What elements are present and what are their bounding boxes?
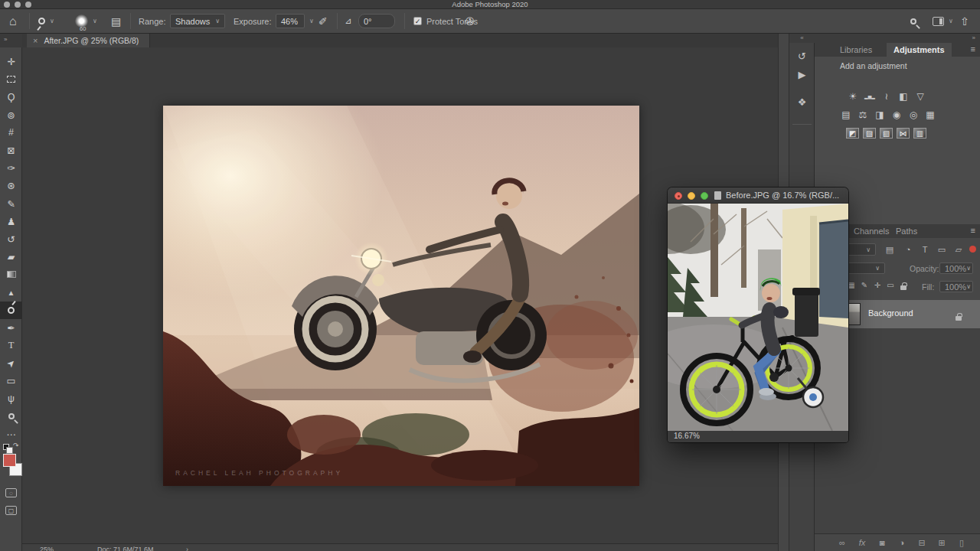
canvas-pasteboard[interactable]: RACHEL LEAH PHOTOGRAPHY bbox=[22, 47, 778, 543]
levels-icon[interactable]: ▂▅▂ bbox=[862, 90, 877, 103]
range-dropdown[interactable]: Shadows∨ bbox=[170, 9, 225, 33]
tab-close-icon[interactable]: × bbox=[33, 36, 38, 45]
hue-saturation-icon[interactable]: ▤ bbox=[838, 109, 854, 121]
search-icon[interactable] bbox=[910, 18, 916, 24]
marquee-tool[interactable] bbox=[0, 70, 22, 88]
status-arrow-icon[interactable]: › bbox=[186, 546, 188, 551]
before-window-titlebar[interactable]: Before.JPG @ 16.7% (RGB/... bbox=[668, 187, 848, 204]
lasso-tool[interactable]: Ϙ bbox=[0, 88, 22, 106]
tab-paths[interactable]: Paths bbox=[889, 224, 924, 238]
swap-colors-icon[interactable]: ↷ bbox=[13, 442, 19, 449]
workspace-switcher[interactable]: ∨ bbox=[933, 9, 953, 33]
brush-preset-picker[interactable]: ∨ bbox=[75, 9, 97, 33]
move-tool[interactable]: ✛ bbox=[0, 53, 22, 70]
curves-icon[interactable]: ≀ bbox=[879, 90, 894, 103]
frame-tool[interactable]: ⊠ bbox=[0, 142, 22, 159]
color-lookup-icon[interactable]: ▦ bbox=[923, 109, 938, 121]
filter-pixel-layers-icon[interactable]: ▤ bbox=[883, 243, 897, 256]
posterize-icon[interactable]: ▨ bbox=[863, 128, 876, 139]
screen-mode-button[interactable]: ▢ bbox=[5, 506, 17, 515]
status-zoom-level[interactable]: 25% bbox=[40, 546, 54, 551]
hand-tool[interactable]: ψ bbox=[0, 390, 22, 408]
filter-shape-layers-icon[interactable]: ▭ bbox=[935, 243, 949, 256]
shape-tool[interactable]: ▭ bbox=[0, 372, 22, 390]
layer-filter-toggle[interactable] bbox=[969, 246, 976, 253]
eraser-tool[interactable]: ▰ bbox=[0, 248, 22, 266]
fill-value[interactable]: 100%∨ bbox=[939, 281, 973, 292]
brightness-contrast-icon[interactable]: ☀ bbox=[845, 90, 861, 103]
selective-color-icon[interactable]: ▥ bbox=[913, 128, 926, 139]
default-colors-icon[interactable] bbox=[3, 444, 9, 450]
pressure-smoothing-icon[interactable]: ✇ bbox=[466, 15, 475, 28]
foreground-color-swatch[interactable] bbox=[3, 454, 16, 467]
pen-tool[interactable]: ✒ bbox=[0, 319, 22, 337]
gradient-tool[interactable] bbox=[0, 266, 22, 283]
exposure-field[interactable]: 46% ∨ bbox=[276, 9, 314, 33]
dock-expand-chevron[interactable]: » bbox=[972, 34, 975, 42]
brushes-panel-icon[interactable]: ❖ bbox=[789, 96, 815, 108]
tab-libraries[interactable]: Libraries bbox=[833, 43, 879, 57]
lock-all-icon[interactable] bbox=[897, 283, 910, 292]
link-layers-icon[interactable]: ∞ bbox=[835, 538, 850, 547]
brush-tool[interactable]: ✎ bbox=[0, 195, 22, 213]
path-selection-tool[interactable]: ➤ bbox=[0, 354, 22, 372]
black-white-icon[interactable]: ◨ bbox=[872, 109, 887, 121]
history-panel-icon[interactable]: ↺ bbox=[789, 51, 815, 62]
adjustments-panel-menu-icon[interactable]: ≡ bbox=[971, 44, 975, 54]
before-close-button[interactable] bbox=[675, 192, 682, 200]
vibrance-icon[interactable]: ▽ bbox=[913, 90, 928, 103]
blur-tool[interactable]: ▲ bbox=[0, 283, 22, 301]
dodge-tool[interactable] bbox=[0, 302, 22, 319]
tab-adjustments[interactable]: Adjustments bbox=[887, 43, 952, 57]
before-document-window[interactable]: Before.JPG @ 16.7% (RGB/... bbox=[668, 187, 848, 442]
lock-pixels-icon[interactable]: ✎ bbox=[858, 281, 871, 289]
object-selection-tool[interactable]: ⊚ bbox=[0, 106, 22, 124]
filter-adjustment-layers-icon[interactable]: ◔ bbox=[901, 243, 915, 256]
home-icon[interactable]: ⌂ bbox=[9, 15, 17, 28]
color-balance-icon[interactable]: ⚖ bbox=[855, 109, 871, 121]
dock-collapse-chevron[interactable]: « bbox=[789, 34, 815, 43]
after-image[interactable]: RACHEL LEAH PHOTOGRAPHY bbox=[163, 106, 639, 486]
channel-mixer-icon[interactable]: ◎ bbox=[906, 109, 921, 121]
zoom-tool[interactable] bbox=[0, 408, 22, 425]
invert-icon[interactable]: ◩ bbox=[846, 128, 859, 139]
new-layer-icon[interactable]: ⊞ bbox=[934, 538, 949, 548]
tool-preset-picker[interactable]: ∨ bbox=[38, 9, 54, 33]
photo-filter-icon[interactable]: ◉ bbox=[889, 109, 904, 121]
filter-type-layers-icon[interactable]: T bbox=[918, 243, 932, 256]
before-image[interactable] bbox=[668, 204, 848, 431]
brush-settings-panel-icon[interactable]: ▤ bbox=[111, 15, 121, 28]
actions-panel-icon[interactable]: ▶ bbox=[789, 69, 815, 80]
document-tab[interactable]: × After.JPG @ 25% (RGB/8) bbox=[27, 34, 150, 47]
new-adjustment-layer-icon[interactable]: ◑ bbox=[894, 538, 910, 547]
angle-field[interactable]: 0° bbox=[358, 9, 395, 33]
toolbar-collapse-chevron[interactable]: » bbox=[0, 34, 22, 47]
layers-panel-menu-icon[interactable]: ≡ bbox=[971, 226, 975, 235]
crop-tool[interactable]: # bbox=[0, 124, 22, 142]
exposure-icon[interactable]: ◧ bbox=[896, 90, 911, 103]
airbrush-icon[interactable]: ✐ bbox=[318, 15, 328, 28]
eyedropper-tool[interactable]: ✑ bbox=[0, 159, 22, 177]
add-layer-mask-icon[interactable]: ◙ bbox=[874, 538, 890, 547]
layer-styles-icon[interactable]: fx bbox=[854, 538, 870, 547]
delete-layer-icon[interactable]: ▯ bbox=[954, 538, 969, 548]
quick-mask-button[interactable]: ◌ bbox=[5, 488, 17, 497]
before-minimize-button[interactable] bbox=[688, 192, 695, 200]
threshold-icon[interactable]: ▧ bbox=[880, 128, 893, 139]
type-tool[interactable]: T bbox=[0, 337, 22, 354]
options-bar: ⌂ ∨ ∨ 60 ▤ Range: Shadows∨ Exposure: 46%… bbox=[0, 9, 980, 34]
opacity-value[interactable]: 100%∨ bbox=[939, 262, 973, 274]
background-lock-icon[interactable] bbox=[956, 310, 962, 324]
edit-toolbar-button[interactable]: ⋯ bbox=[0, 425, 22, 443]
filter-smart-objects-icon[interactable]: ▱ bbox=[952, 243, 965, 256]
before-zoom-level[interactable]: 16.67% bbox=[674, 432, 700, 440]
lock-position-icon[interactable]: ✛ bbox=[871, 281, 884, 289]
healing-brush-tool[interactable]: ⊛ bbox=[0, 177, 22, 194]
lock-artboard-icon[interactable]: ▭ bbox=[884, 281, 897, 289]
gradient-map-icon[interactable]: ⋈ bbox=[897, 128, 910, 139]
share-icon[interactable]: ⇧ bbox=[960, 15, 969, 28]
new-group-icon[interactable]: ⊟ bbox=[914, 538, 929, 548]
history-brush-tool[interactable]: ↺ bbox=[0, 230, 22, 248]
clone-stamp-tool[interactable]: ♟ bbox=[0, 213, 22, 230]
before-zoom-button[interactable] bbox=[701, 192, 708, 200]
